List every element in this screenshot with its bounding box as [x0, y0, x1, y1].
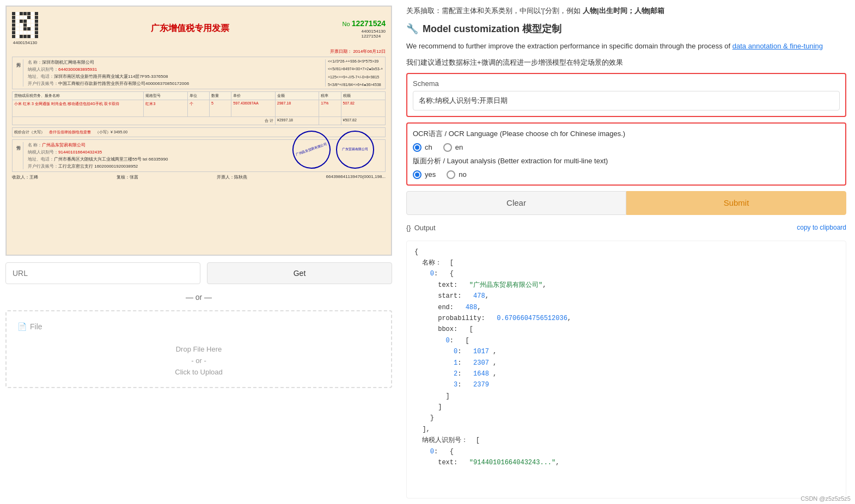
code-line-14: ]	[414, 391, 838, 402]
invoice-right-codes: <<1//3*26-++936-9<9*575>39 <<5//81>84974…	[325, 59, 383, 87]
buyer-info: 购买方 名 称：深圳市朗机汇网络有限公司 纳税人识别号：644030008389…	[12, 57, 386, 89]
subtotal-amount: ¥2997.18	[276, 117, 319, 125]
code-line-17: ],	[414, 424, 838, 435]
ocr-en-label: en	[455, 143, 463, 151]
company-stamp-2: 广东贸易有限公司	[336, 131, 374, 169]
output-label: {} Output	[406, 224, 436, 232]
copy-to-clipboard-button[interactable]: copy to clipboard	[797, 224, 846, 231]
tax-total-cn: 叁仟伍佰肆拾捌包包壹整	[49, 130, 91, 135]
output-code-block: { 名称： [ 0: { text: "广州晶东贸易有限公司", start: …	[406, 241, 846, 499]
code-line-6: end: 488,	[414, 302, 838, 313]
layout-option-yes[interactable]: yes	[413, 170, 436, 179]
layout-option-no[interactable]: no	[447, 170, 466, 179]
url-input[interactable]	[5, 262, 200, 284]
seller-bank: 开户行及账号：工行北京密云支行 160200001920038952	[28, 163, 383, 169]
subtotal-label: 合 计	[13, 117, 276, 125]
submit-button[interactable]: Submit	[626, 191, 846, 215]
file-upload-area[interactable]: 📄 File Drop File Here - or - Click to Up…	[5, 310, 392, 388]
code-line-18: 纳税人识别号： [	[414, 435, 838, 446]
model-title: Model customization 模型定制	[423, 22, 561, 35]
code-line-12: 2: 1648 ,	[414, 368, 838, 379]
drop-file-text: Drop File Here	[176, 345, 222, 353]
code-line-10: 0: 1017 ,	[414, 346, 838, 357]
invoice-date-label: 开票日期：	[330, 49, 352, 54]
schema-box: Schema	[406, 73, 846, 117]
buyer-side-label: 购买方	[15, 59, 23, 87]
item-name: 小米 红米 3 全网通版 时尚金色 移动通信包括4G手机 双卡双待	[13, 100, 144, 116]
layout-no-label: no	[459, 170, 466, 179]
output-label-text: Output	[414, 224, 436, 232]
tax-total-row: 税价合计（大写） 叁仟伍佰肆拾捌包包壹整 （小写）¥ 3495.00	[12, 127, 386, 137]
code-line-2: 名称： [	[414, 257, 838, 268]
code-line-7: probability: 0.6706604756512036,	[414, 313, 838, 324]
url-section: Get	[5, 262, 392, 284]
item-price: 597.436097AA	[231, 100, 275, 116]
tax-total-label: 税价合计（大写）	[14, 130, 45, 135]
subtotal-tax: ¥507.82	[341, 117, 385, 125]
buyer-details: 名 称：深圳市朗机汇网络有限公司 纳税人识别号：6440300083895931…	[28, 59, 321, 87]
invoice-sub-numbers: 440015413012271524	[362, 29, 386, 39]
layout-yes-label: yes	[425, 170, 436, 179]
ocr-label: OCR语言 / OCR Language (Please choose ch f…	[413, 129, 840, 139]
code-line-1: {	[414, 247, 838, 257]
item-spec: 红米3	[144, 100, 187, 116]
relation-extraction-text: 关系抽取：需配置主体和关系类别，中间以'|'分割，例如 人物|出生时间；人物|邮…	[406, 5, 846, 17]
get-button[interactable]: Get	[207, 262, 392, 284]
invoice-header-number: 4400154130	[13, 40, 38, 45]
model-customization-header: 🔧 Model customization 模型定制	[406, 22, 846, 35]
seller-name: 广州晶东贸易有限公司	[42, 143, 86, 147]
code-line-3: 0: {	[414, 268, 838, 279]
buyer-address: 地址、电话：深圳市南区纸业新竹路开南商业城大厦114层7F95-3376508	[28, 73, 321, 79]
payee: 收款人：王稀	[12, 174, 38, 180]
seller-address: 地址、电话：广州市番禺区大朗镇大兴工业城两里三楼55号 tel 66335990	[28, 156, 383, 162]
reviewer: 复核：张菖	[117, 174, 138, 180]
invoice-number-section: No 12271524 440015413012271524	[343, 19, 386, 39]
code-line-9: 0: [	[414, 335, 838, 346]
tax-total-num: （小写）¥ 3495.00	[95, 130, 127, 135]
item-tax-rate: 17%	[319, 100, 341, 116]
ocr-option-ch[interactable]: ch	[413, 143, 432, 152]
ocr-radio-group: ch en	[413, 143, 840, 152]
invoice-title: 广东增值税专用发票	[38, 23, 343, 34]
stamp-text: 广州晶东贸易有限公司	[296, 142, 328, 157]
buyer-name: 深圳市朗机汇网络有限公司	[42, 60, 94, 65]
clear-button[interactable]: Clear	[406, 191, 626, 215]
ocr-option-en[interactable]: en	[443, 143, 463, 152]
seller-info: 销售方 名 称：广州晶东贸易有限公司 纳税人识别号：91440101664043…	[12, 139, 386, 172]
code-line-8: bbox: [	[414, 324, 838, 335]
item-amount: 2987.18	[276, 100, 319, 116]
relation-example: 人物|出生时间；人物|邮箱	[583, 7, 664, 15]
code-line-15: ]	[414, 402, 838, 413]
code-line-13: 3: 2379	[414, 379, 838, 390]
or-divider: — or —	[5, 291, 392, 304]
invoice-mock: 4400154130 广东增值税专用发票 No 12271524 4400154…	[6, 6, 392, 255]
layout-radio-no[interactable]	[447, 170, 455, 179]
ocr-radio-ch[interactable]	[413, 143, 422, 152]
issuer: 开票人：陈秋燕	[217, 174, 247, 180]
right-panel: 关系抽取：需配置主体和关系类别，中间以'|'分割，例如 人物|出生时间；人物|邮…	[398, 0, 855, 504]
code-line-4: text: "广州晶东贸易有限公司",	[414, 280, 838, 291]
buyer-bank: 开户行及账号：中国工商银行存款新竹路营业所开存有限公司4000063708501…	[28, 81, 321, 87]
code-line-5: start: 478,	[414, 291, 838, 302]
action-buttons: Clear Submit	[406, 191, 846, 215]
code-line-19: 0: {	[414, 446, 838, 457]
left-panel: 4400154130 广东增值税专用发票 No 12271524 4400154…	[0, 0, 398, 504]
annotation-link[interactable]: data annotation & fine-tuning	[732, 42, 823, 50]
layout-label: 版面分析 / Layout analysis (Better extractio…	[413, 156, 840, 166]
table-subtotal: 合 计 ¥2997.18 ¥507.82	[13, 116, 385, 125]
item-qty: 5	[210, 100, 231, 116]
code-line-20: text: "91440101664043243...",	[414, 457, 838, 468]
item-tax: 507.82	[341, 100, 385, 116]
buyer-tax: 纳税人识别号：6440300083895931	[28, 66, 321, 72]
subtotal-tax-rate	[319, 117, 341, 125]
wrench-icon: 🔧	[406, 23, 418, 35]
recommend-cn: 我们建议通过数据标注+微调的流程进一步增强模型在特定场景的效果	[406, 58, 846, 67]
schema-input[interactable]	[413, 91, 840, 110]
invoice-image-container: 4400154130 广东增值税专用发票 No 12271524 4400154…	[5, 5, 392, 256]
file-icon: 📄	[17, 322, 27, 331]
layout-radio-yes[interactable]	[413, 170, 422, 179]
or-text2: - or -	[191, 357, 206, 365]
ocr-radio-en[interactable]	[443, 143, 452, 152]
item-unit: 个	[188, 100, 210, 116]
invoice-footer: 收款人：王稀 复核：张菖 开票人：陈秋燕 664398641139470(000…	[12, 174, 386, 180]
